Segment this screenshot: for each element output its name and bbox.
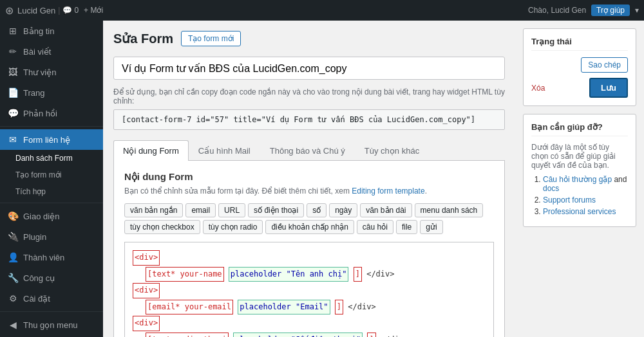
sidebar-item-appearance[interactable]: 🎨 Giao diện bbox=[0, 206, 103, 226]
tag-btn-number[interactable]: số bbox=[307, 203, 327, 217]
placeholder-email: placeholder "Email" bbox=[238, 300, 330, 315]
sidebar-item-settings[interactable]: ⚙ Cài đặt bbox=[0, 288, 103, 309]
code-line-4: [email* your-email placeholder "Email" ]… bbox=[133, 300, 486, 315]
user-greeting[interactable]: Chào, Lucid Gen bbox=[528, 6, 586, 15]
media-icon: 🖼 bbox=[8, 67, 18, 77]
text-tag-open: [text* your-name bbox=[146, 267, 224, 282]
save-button[interactable]: Lưu bbox=[589, 78, 628, 98]
sep: | bbox=[58, 6, 60, 15]
support-forums-link[interactable]: Support forums bbox=[543, 196, 596, 205]
tools-icon: 🔧 bbox=[8, 273, 18, 283]
faq-link[interactable]: Câu hỏi thường gặp bbox=[543, 175, 612, 184]
tab-other-options[interactable]: Tùy chọn khác bbox=[355, 140, 429, 161]
help-panel: Bạn cần giúp đỡ? Dưới đây là một số tùy … bbox=[523, 114, 636, 227]
new-form-button[interactable]: Tạo form mới bbox=[181, 31, 241, 46]
status-row: Sao chép bbox=[531, 57, 628, 73]
site-name: Lucid Gen bbox=[17, 6, 55, 15]
tab-notification[interactable]: Thông báo và Chú ý bbox=[260, 140, 355, 161]
code-editor[interactable]: <div> [text* your-name placeholder "Tên … bbox=[124, 242, 494, 337]
tag-btn-quiz[interactable]: câu hỏi bbox=[357, 220, 393, 234]
sidebar-sub-integration[interactable]: Tích hợp bbox=[0, 183, 103, 200]
tab-form-content[interactable]: Nội dung Form bbox=[113, 140, 189, 161]
code-line-1: <div> bbox=[133, 250, 486, 266]
form-content-title: Nội dung Form bbox=[124, 171, 494, 183]
comments-link[interactable]: 💬 0 bbox=[62, 6, 79, 15]
form-content-panel: Nội dung Form Bạn có thể chỉnh sửa mẫu f… bbox=[113, 161, 505, 337]
sidebar-label-tools: Công cụ bbox=[23, 273, 55, 283]
sidebar-divider2 bbox=[0, 203, 103, 203]
div-close-1: </div> bbox=[366, 269, 394, 278]
text-tag-close: ] bbox=[354, 267, 362, 282]
sidebar-item-dashboard[interactable]: ⊞ Bảng tin bbox=[0, 21, 103, 41]
sidebar-item-collapse[interactable]: ◀ Thu gọn menu bbox=[0, 314, 103, 335]
help-desc: Dưới đây là một số tùy chọn có sẵn để gi… bbox=[531, 143, 628, 170]
tag-btn-submit[interactable]: gửi bbox=[420, 220, 442, 234]
sidebar-sub-new-form[interactable]: Tạo form mới bbox=[0, 167, 103, 183]
sidebar-item-users[interactable]: 👤 Thành viên bbox=[0, 247, 103, 268]
shortcode-info: Để sử dụng, bạn chỉ cần copy đoạn code n… bbox=[113, 87, 505, 105]
phone-tag-close: ] bbox=[367, 332, 375, 337]
top-bar-right: Chào, Lucid Gen Trợ giúp ▾ bbox=[528, 5, 639, 16]
sidebar-label-appearance: Giao diện bbox=[23, 212, 59, 221]
tag-btn-terms[interactable]: điều khoản chấp nhận bbox=[265, 220, 354, 234]
div-open-1: <div> bbox=[133, 250, 160, 266]
help-panel-title: Bạn cần giúp đỡ? bbox=[531, 122, 628, 136]
page-header: Sửa Form Tạo form mới bbox=[113, 31, 505, 46]
pages-icon: 📄 bbox=[8, 87, 18, 98]
sidebar-divider bbox=[0, 126, 103, 127]
site-logo[interactable]: ⊛ Lucid Gen bbox=[5, 5, 55, 17]
tag-btn-date[interactable]: ngày bbox=[329, 203, 357, 217]
sidebar-label-forms: Form liên hệ bbox=[23, 135, 70, 145]
page-title: Sửa Form bbox=[113, 31, 173, 46]
sidebar-label-dashboard: Bảng tin bbox=[23, 26, 54, 36]
sidebar-sub-form-list[interactable]: Danh sách Form bbox=[0, 150, 103, 167]
sidebar-item-pages[interactable]: 📄 Trang bbox=[0, 82, 103, 103]
sidebar-item-plugins[interactable]: 🔌 Plugin bbox=[0, 226, 103, 247]
appearance-icon: 🎨 bbox=[8, 211, 18, 221]
tab-mail-config[interactable]: Cấu hình Mail bbox=[189, 140, 260, 161]
sidebar: ⊞ Bảng tin ✏ Bài viết 🖼 Thư viện 📄 Trang… bbox=[0, 21, 103, 337]
help-link[interactable]: Trợ giúp bbox=[591, 5, 630, 16]
professional-services-link[interactable]: Professional services bbox=[543, 207, 616, 216]
tag-btn-text-short[interactable]: văn bản ngắn bbox=[124, 203, 183, 217]
comment-icon: 💬 bbox=[62, 6, 72, 15]
tag-btn-text-long[interactable]: văn bản dài bbox=[360, 203, 412, 217]
delete-link[interactable]: Xóa bbox=[531, 84, 545, 93]
template-link[interactable]: Editing form template bbox=[352, 187, 424, 196]
forms-icon: ✉ bbox=[8, 134, 18, 145]
sidebar-item-tools[interactable]: 🔧 Công cụ bbox=[0, 268, 103, 288]
tag-btn-email[interactable]: email bbox=[185, 203, 216, 217]
sidebar-item-comments[interactable]: 💬 Phản hồi bbox=[0, 103, 103, 123]
sidebar-label-collapse: Thu gọn menu bbox=[23, 320, 78, 330]
sidebar-item-forms[interactable]: ✉ Form liên hệ bbox=[0, 129, 103, 150]
tag-btn-phone[interactable]: số điện thoại bbox=[248, 203, 304, 217]
div-open-3: <div> bbox=[133, 316, 160, 331]
sidebar-sub-label-list: Danh sách Form bbox=[15, 154, 73, 163]
tag-btn-radio[interactable]: tùy chọn radio bbox=[203, 220, 263, 234]
sidebar-label-settings: Cài đặt bbox=[23, 294, 50, 304]
sidebar-sub-label-new: Tạo form mới bbox=[15, 170, 61, 179]
phone-tag-open: [text sodienthoai bbox=[146, 332, 229, 337]
wp-logo-icon: ⊛ bbox=[5, 5, 14, 17]
tag-btn-menu[interactable]: menu danh sách bbox=[415, 203, 484, 217]
sidebar-item-media[interactable]: 🖼 Thư viện bbox=[0, 62, 103, 82]
div-close-2: </div> bbox=[348, 302, 375, 311]
shortcode-box[interactable]: [contact-form-7 id="57" title="Ví dụ For… bbox=[113, 109, 505, 130]
tabs-bar: Nội dung Form Cấu hình Mail Thông báo và… bbox=[113, 140, 505, 161]
main-area: ⊞ Bảng tin ✏ Bài viết 🖼 Thư viện 📄 Trang… bbox=[0, 21, 644, 337]
tag-btn-checkbox[interactable]: tùy chọn checkbox bbox=[124, 220, 200, 234]
form-name-input[interactable] bbox=[113, 57, 505, 80]
help-list-item-1: Câu hỏi thường gặp and docs bbox=[543, 175, 628, 193]
docs-link[interactable]: docs bbox=[543, 184, 559, 193]
copy-button[interactable]: Sao chép bbox=[581, 57, 628, 73]
tag-btn-file[interactable]: file bbox=[396, 220, 417, 234]
top-bar: ⊛ Lucid Gen | 💬 0 + Mới Chào, Lucid Gen … bbox=[0, 0, 644, 21]
tag-btn-url[interactable]: URL bbox=[218, 203, 245, 217]
help-list-item-3: Professional services bbox=[543, 207, 628, 216]
collapse-icon: ◀ bbox=[8, 320, 18, 330]
code-line-6: [text sodienthoai placeholder "Số điện t… bbox=[133, 332, 486, 337]
new-item-link[interactable]: + Mới bbox=[84, 6, 103, 15]
tag-buttons-container: văn bản ngắn email URL số điện thoại số … bbox=[124, 203, 494, 234]
plugins-icon: 🔌 bbox=[8, 232, 18, 242]
sidebar-item-posts[interactable]: ✏ Bài viết bbox=[0, 41, 103, 62]
